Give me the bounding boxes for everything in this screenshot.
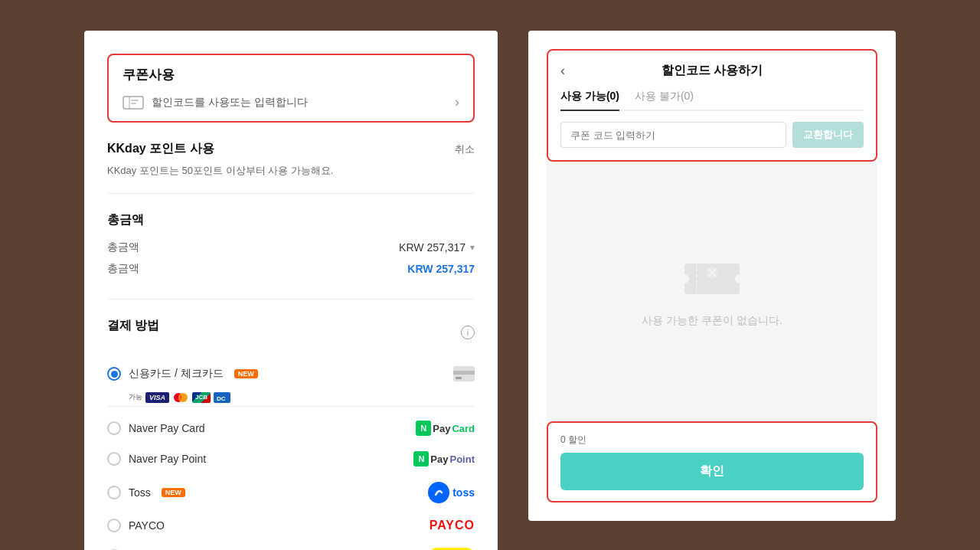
dc-icon: DC bbox=[214, 392, 230, 403]
total-section: 총금액 총금액 KRW 257,317 ▾ 총금액 KRW 257,317 bbox=[107, 212, 475, 300]
credit-card-icon bbox=[453, 366, 475, 381]
total-label-1: 총금액 bbox=[107, 241, 139, 254]
credit-card-label: 신용카드 / 체크카드 bbox=[129, 367, 224, 381]
right-panel: ‹ 할인코드 사용하기 사용 가능(0) 사용 불가(0) 교환합니다 bbox=[528, 31, 896, 521]
discount-label: 0 할인 bbox=[560, 434, 864, 447]
total-section-title: 총금액 bbox=[107, 212, 475, 228]
chevron-down-icon: ▾ bbox=[470, 242, 475, 253]
payment-method-naver-pay-card[interactable]: Naver Pay Card N Pay Card bbox=[107, 413, 475, 444]
confirm-button[interactable]: 확인 bbox=[560, 453, 864, 490]
new-badge-toss: NEW bbox=[162, 488, 185, 497]
radio-toss[interactable] bbox=[107, 486, 121, 499]
toss-logo: toss bbox=[428, 482, 475, 503]
radio-naver-pay-card[interactable] bbox=[107, 421, 121, 435]
coupon-tabs: 사용 가능(0) 사용 불가(0) bbox=[560, 90, 864, 111]
modal-title: 할인코드 사용하기 bbox=[662, 63, 763, 79]
payment-method-credit-card[interactable]: 신용카드 / 체크카드 NEW 가능 VISA bbox=[107, 358, 475, 403]
payment-header: 결제 방법 i bbox=[107, 318, 475, 346]
naver-pay-point-logo: N Pay Point bbox=[413, 451, 475, 467]
total-value-1: KRW 257,317 ▾ bbox=[399, 241, 475, 254]
naver-pay-point-label: Naver Pay Point bbox=[129, 453, 206, 465]
coupon-section[interactable]: 쿠폰사용 할인코드를 사용또는 입력합니다 › bbox=[107, 54, 475, 123]
naver-pay-card-logo: N Pay Card bbox=[416, 421, 475, 436]
coupon-row[interactable]: 할인코드를 사용또는 입력합니다 › bbox=[122, 94, 459, 110]
coupon-title: 쿠폰사용 bbox=[122, 66, 459, 83]
payment-section: 결제 방법 i 신용카드 / 체크카드 NEW bbox=[107, 318, 475, 550]
modal-header: ‹ 할인코드 사용하기 bbox=[560, 63, 864, 79]
svg-text:DC: DC bbox=[217, 395, 226, 402]
empty-ticket-icon bbox=[681, 256, 743, 302]
kkday-points-section: KKday 포인트 사용 취소 KKday 포인트는 50포인트 이상부터 사용… bbox=[107, 141, 475, 194]
coupon-icon bbox=[122, 95, 144, 110]
payment-method-payco[interactable]: PAYCO PAYCO bbox=[107, 511, 475, 540]
coupon-input-row: 교환합니다 bbox=[560, 122, 864, 148]
svg-rect-5 bbox=[453, 371, 475, 375]
svg-rect-6 bbox=[456, 377, 462, 379]
radio-naver-pay-point[interactable] bbox=[107, 452, 121, 466]
info-icon[interactable]: i bbox=[461, 326, 475, 339]
points-description: KKday 포인트는 50포인트 이상부터 사용 가능해요. bbox=[107, 165, 333, 176]
exchange-button[interactable]: 교환합니다 bbox=[792, 122, 864, 148]
payco-label: PAYCO bbox=[129, 519, 165, 532]
visa-icon: VISA bbox=[145, 392, 169, 403]
svg-rect-2 bbox=[131, 100, 139, 101]
points-header: KKday 포인트 사용 취소 bbox=[107, 141, 475, 157]
radio-payco[interactable] bbox=[107, 519, 121, 532]
card-brand-icons: 가능 VISA JCB DC bbox=[129, 392, 475, 403]
left-panel: 쿠폰사용 할인코드를 사용또는 입력합니다 › KKday 포인트 사용 bbox=[84, 31, 498, 550]
empty-coupon-text: 사용 가능한 쿠폰이 없습니다. bbox=[642, 314, 782, 328]
new-badge-credit-card: NEW bbox=[234, 369, 258, 378]
total-label-2: 총금액 bbox=[107, 262, 139, 276]
coupon-placeholder-text: 할인코드를 사용또는 입력합니다 bbox=[152, 96, 308, 110]
payment-section-title: 결제 방법 bbox=[107, 318, 159, 334]
tab-unavailable[interactable]: 사용 불가(0) bbox=[635, 90, 694, 111]
mastercard-icon bbox=[172, 392, 189, 403]
tab-available[interactable]: 사용 가능(0) bbox=[560, 90, 619, 111]
jcb-icon: JCB bbox=[192, 392, 211, 403]
payco-logo: PAYCO bbox=[430, 519, 475, 532]
payment-method-naver-pay-point[interactable]: Naver Pay Point N Pay Point bbox=[107, 444, 475, 474]
points-title: KKday 포인트 사용 bbox=[107, 141, 214, 157]
coupon-modal-bottom: 0 할인 확인 bbox=[547, 421, 877, 503]
radio-credit-card[interactable] bbox=[107, 367, 121, 381]
empty-coupon-area: 사용 가능한 쿠폰이 없습니다. bbox=[547, 162, 877, 421]
toss-label: Toss bbox=[129, 486, 151, 499]
coupon-icon-text: 할인코드를 사용또는 입력합니다 bbox=[122, 95, 308, 110]
total-row-2: 총금액 KRW 257,317 bbox=[107, 262, 475, 276]
payment-method-toss[interactable]: Toss NEW toss bbox=[107, 474, 475, 511]
payment-method-kakaopay[interactable]: 카카오페이 pay bbox=[107, 540, 475, 550]
total-row-1: 총금액 KRW 257,317 ▾ bbox=[107, 241, 475, 254]
chevron-right-icon: › bbox=[455, 94, 459, 110]
total-value-2: KRW 257,317 bbox=[407, 263, 475, 275]
coupon-code-input[interactable] bbox=[560, 122, 786, 148]
back-button[interactable]: ‹ bbox=[560, 63, 565, 79]
svg-rect-3 bbox=[131, 103, 136, 104]
coupon-modal-top: ‹ 할인코드 사용하기 사용 가능(0) 사용 불가(0) 교환합니다 bbox=[547, 49, 877, 162]
naver-pay-card-label: Naver Pay Card bbox=[129, 422, 205, 434]
cancel-button[interactable]: 취소 bbox=[455, 142, 475, 156]
